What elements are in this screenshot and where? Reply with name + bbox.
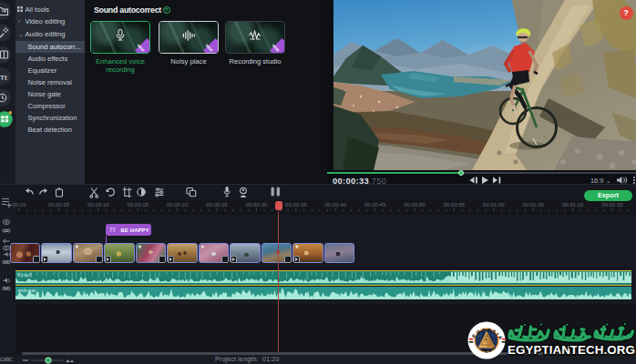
svg-text:00:00:10: 00:00:10 [87, 202, 109, 207]
svg-text:00:00:35: 00:00:35 [285, 202, 307, 207]
svg-text:00:00:05: 00:00:05 [48, 202, 70, 207]
svg-text:00:00:45: 00:00:45 [364, 202, 386, 207]
svg-text:00:01:10: 00:01:10 [562, 202, 584, 207]
svg-text:00:00:40: 00:00:40 [325, 202, 347, 207]
svg-text:00:00:20: 00:00:20 [167, 202, 189, 207]
svg-text:00:01:05: 00:01:05 [523, 202, 545, 207]
svg-text:00:00:55: 00:00:55 [444, 202, 466, 207]
svg-text:00:00:30: 00:00:30 [246, 202, 268, 207]
svg-text:EGYPTIANTECH.ORG: EGYPTIANTECH.ORG [508, 343, 635, 357]
svg-text:00:01:15: 00:01:15 [601, 202, 623, 207]
svg-text:00:00:25: 00:00:25 [206, 202, 228, 207]
svg-text:00:01:00: 00:01:00 [483, 202, 505, 207]
svg-text:00:00:50: 00:00:50 [404, 202, 426, 207]
svg-text:00:00:15: 00:00:15 [128, 202, 149, 207]
svg-text:00:00: 00:00 [12, 202, 26, 207]
